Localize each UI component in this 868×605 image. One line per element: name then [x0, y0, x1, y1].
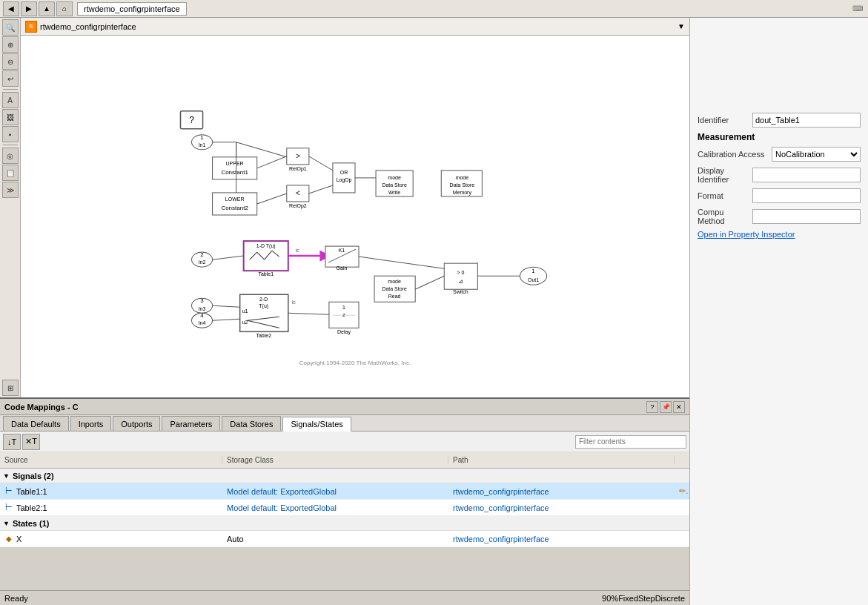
svg-text:UPPER: UPPER: [226, 161, 244, 166]
table-row[interactable]: ⊢ Table2:1 Model default: ExportedGlobal…: [0, 500, 689, 516]
filter-input[interactable]: [575, 435, 686, 449]
nav-home-button[interactable]: ⌂: [56, 1, 73, 16]
table-row[interactable]: ⊢ Table1:1 Model default: ExportedGlobal…: [0, 483, 689, 500]
svg-text:1: 1: [200, 134, 204, 141]
svg-text:In1: In1: [199, 142, 206, 148]
add-signal-button[interactable]: ↓T: [3, 434, 21, 450]
zoom-in-button[interactable]: ⊕: [2, 36, 19, 53]
breadcrumb-text: rtwdemo_configrpinterface: [40, 22, 136, 31]
format-input[interactable]: [752, 188, 861, 203]
display-identifier-input[interactable]: [752, 168, 861, 182]
svg-text:OR: OR: [340, 170, 348, 175]
block-button[interactable]: ▪: [2, 126, 19, 142]
tab-data-defaults[interactable]: Data Defaults: [3, 416, 69, 431]
zoom-out-button[interactable]: ⊖: [2, 53, 19, 70]
svg-line-82: [309, 185, 333, 194]
undo-button[interactable]: ↩: [2, 70, 19, 87]
tab-outports[interactable]: Outports: [113, 416, 160, 431]
svg-text:Table1: Table1: [258, 271, 274, 277]
svg-line-81: [309, 156, 333, 171]
remove-signal-button[interactable]: ✕T: [22, 434, 40, 450]
svg-text:Read: Read: [388, 294, 401, 299]
nav-forward-button[interactable]: ▶: [21, 1, 37, 16]
tab-data-stores[interactable]: Data Stores: [222, 416, 281, 431]
table-row[interactable]: ◆ X Auto rtwdemo_configrpinterface: [0, 531, 689, 547]
svg-text:3: 3: [200, 297, 204, 304]
svg-text:Switch: Switch: [453, 289, 468, 294]
storage-class-x: Auto: [222, 535, 448, 543]
svg-line-79: [257, 156, 287, 168]
panel-pin-button[interactable]: 📌: [660, 401, 672, 413]
states-group-header[interactable]: ▼ States (1): [0, 516, 689, 531]
svg-text:1: 1: [531, 268, 535, 274]
svg-text:mode: mode: [456, 175, 469, 180]
nav-back-button[interactable]: ◀: [3, 1, 19, 16]
signals-group-header[interactable]: ▼ Signals (2): [0, 469, 689, 483]
svg-text:u2: u2: [242, 320, 248, 325]
calibration-access-label: Calibration Access: [698, 150, 772, 159]
properties-button[interactable]: ⊞: [2, 380, 19, 396]
svg-text:z: z: [342, 312, 345, 317]
svg-text:4: 4: [200, 312, 204, 319]
source-cell-table1: ⊢ Table1:1: [0, 487, 222, 496]
tabs-bar: Data Defaults Inports Outports Parameter…: [0, 415, 689, 432]
format-label: Format: [698, 191, 752, 200]
signal-icon-2: ⊢: [4, 503, 13, 512]
panel-close-button[interactable]: ✕: [673, 401, 685, 413]
compu-method-row: Compu Method: [698, 208, 861, 225]
svg-text:T(u): T(u): [259, 303, 268, 309]
zoom-fit-button[interactable]: 🔍: [2, 19, 19, 36]
keyboard-icon: ⌨: [850, 4, 865, 13]
svg-text:u1: u1: [242, 308, 248, 314]
path-x: rtwdemo_configrpinterface: [448, 535, 675, 543]
diagram-svg: ? 1 In1 UPPER Constant1 >: [21, 36, 689, 397]
text-tool-button[interactable]: A: [2, 92, 19, 108]
copy-button[interactable]: 📋: [2, 165, 19, 181]
tab-parameters[interactable]: Parameters: [162, 416, 220, 431]
source-cell-table2: ⊢ Table2:1: [0, 503, 222, 512]
panel-title: Code Mappings - C: [4, 403, 645, 411]
image-button[interactable]: 🖼: [2, 109, 19, 125]
tab-signals-states[interactable]: Signals/States: [282, 417, 351, 432]
edit-icon-table1[interactable]: ✏: [675, 486, 689, 496]
svg-text:mode: mode: [388, 175, 401, 180]
target-button[interactable]: ◎: [2, 148, 19, 164]
path-table2: rtwdemo_configrpinterface: [448, 503, 675, 512]
property-inspector-link[interactable]: Open in Property Inspector: [698, 230, 861, 239]
svg-text:K1: K1: [339, 248, 345, 253]
expand-button[interactable]: ≫: [2, 182, 19, 198]
calibration-access-select[interactable]: NoCalibration ReadOnly ReadWrite: [772, 147, 861, 162]
svg-text:Data Store: Data Store: [382, 286, 407, 291]
svg-text:In2: In2: [199, 259, 206, 265]
nav-up-button[interactable]: ▲: [39, 1, 55, 16]
panel-header: Code Mappings - C ? 📌 ✕: [0, 399, 689, 415]
svg-line-88: [288, 313, 329, 314]
svg-text:2-D: 2-D: [259, 297, 268, 302]
svg-text:1: 1: [342, 305, 345, 310]
svg-text:LogOp: LogOp: [336, 177, 351, 183]
window-tab: rtwdemo_configrpinterface: [77, 2, 187, 16]
calibration-access-row: Calibration Access NoCalibration ReadOnl…: [698, 147, 861, 162]
toolbar-separator-2: [3, 145, 18, 145]
source-cell-x: ◆ X: [0, 535, 222, 543]
svg-text:Delay: Delay: [337, 329, 351, 335]
svg-line-78: [236, 142, 287, 157]
copyright-text: Copyright 1994-2020 The MathWorks, Inc.: [299, 360, 411, 366]
svg-text:In4: In4: [199, 320, 206, 325]
panel-toolbar: ↓T ✕T: [0, 432, 689, 452]
svg-text:1-D T(u): 1-D T(u): [256, 243, 276, 249]
svg-text:?: ?: [189, 115, 194, 125]
identifier-label: Identifier: [698, 116, 752, 125]
tab-inports[interactable]: Inports: [70, 416, 112, 431]
signals-expand-icon: ▼: [3, 472, 10, 480]
panel-help-button[interactable]: ?: [646, 401, 658, 413]
compu-method-input[interactable]: [752, 209, 861, 224]
source-label-table1: Table1:1: [16, 487, 47, 496]
svg-line-89: [213, 305, 240, 307]
svg-text:ic: ic: [292, 300, 296, 305]
svg-text:> 0: > 0: [457, 270, 464, 275]
breadcrumb-dropdown-button[interactable]: ▼: [677, 22, 685, 30]
left-toolbar: 🔍 ⊕ ⊖ ↩ A 🖼 ▪ ◎ 📋 ≫ ⊞: [0, 18, 21, 397]
status-zoom: 90%: [602, 594, 618, 603]
identifier-input[interactable]: [752, 113, 861, 128]
